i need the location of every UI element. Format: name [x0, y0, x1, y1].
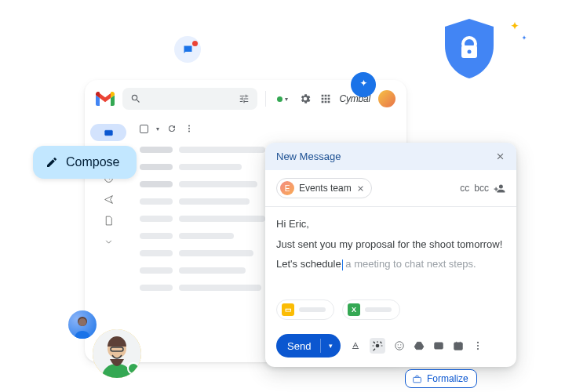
compose-title: New Message — [276, 151, 341, 162]
body-greeting: Hi Eric, — [276, 216, 505, 232]
emoji-icon[interactable] — [394, 340, 405, 351]
svg-point-4 — [188, 131, 190, 132]
close-icon[interactable] — [495, 151, 505, 162]
text-format-icon[interactable] — [350, 340, 361, 351]
recipients-row[interactable]: E Events team cc bcc — [265, 170, 516, 207]
compose-label: Compose — [66, 155, 119, 169]
send-button[interactable]: Send ▾ — [276, 334, 341, 358]
magic-wand-icon[interactable] — [370, 338, 385, 354]
inbox-icon — [104, 128, 114, 138]
attachment-sheets[interactable]: X — [342, 299, 400, 320]
image-icon[interactable] — [433, 340, 444, 351]
svg-point-10 — [477, 342, 479, 343]
sidebar-item-inbox[interactable] — [90, 124, 126, 141]
attachments-row: ▭ X — [265, 299, 516, 328]
svg-point-6 — [398, 344, 399, 345]
active-status-dot — [277, 96, 282, 102]
shield-icon — [442, 17, 497, 80]
drive-icon[interactable] — [414, 340, 425, 351]
body-line: Just sent you my proposal for the shoot … — [276, 237, 505, 252]
recipient-chip[interactable]: E Events team — [276, 178, 372, 198]
person-illustration — [68, 310, 97, 339]
svg-rect-9 — [454, 343, 463, 350]
status-indicator[interactable]: ▾ — [274, 96, 291, 103]
svg-point-3 — [188, 128, 190, 129]
compose-body[interactable]: Hi Eric, Just sent you my proposal for t… — [265, 207, 516, 299]
recipient-avatar: E — [280, 181, 294, 195]
send-label: Send — [276, 340, 320, 352]
svg-point-16 — [468, 50, 472, 54]
svg-rect-13 — [414, 377, 421, 383]
sidebar — [85, 118, 132, 299]
more-icon[interactable] — [184, 124, 194, 133]
attachment-name-placeholder — [299, 307, 326, 312]
svg-point-5 — [396, 342, 404, 350]
gmail-logo — [96, 92, 115, 106]
sent-icon[interactable] — [104, 194, 114, 205]
svg-point-2 — [188, 125, 190, 127]
refresh-icon[interactable] — [167, 124, 177, 133]
apps-grid-icon[interactable] — [319, 93, 332, 105]
compose-window: New Message E Events team cc bcc Hi Eric… — [265, 143, 516, 367]
body-inline: Let's schedule a meeting to chat next st… — [276, 256, 505, 272]
recipient-name: Events team — [299, 183, 352, 194]
compose-header: New Message — [265, 143, 516, 170]
slides-icon: ▭ — [282, 303, 294, 316]
avatar — [93, 329, 141, 378]
ai-sparkle-badge — [351, 72, 376, 97]
chat-bubble-icon — [174, 36, 201, 63]
add-person-icon[interactable] — [494, 183, 505, 194]
select-all-checkbox[interactable] — [140, 125, 148, 133]
sparkle-icon — [357, 78, 370, 92]
compose-footer: Send ▾ — [265, 328, 516, 367]
list-toolbar: ▾ — [140, 121, 399, 141]
search-input[interactable] — [122, 88, 257, 110]
formalize-button[interactable]: Formalize — [405, 369, 477, 388]
chevron-down-icon[interactable] — [104, 237, 114, 247]
calendar-icon[interactable] — [453, 340, 464, 351]
attachment-name-placeholder — [365, 307, 392, 312]
more-icon[interactable] — [472, 340, 483, 351]
gear-icon[interactable] — [299, 93, 312, 105]
tune-icon[interactable] — [239, 93, 250, 104]
chevron-down-icon: ▾ — [285, 96, 288, 103]
divider — [265, 91, 266, 107]
person-illustration — [93, 329, 141, 378]
document-icon[interactable] — [104, 216, 114, 226]
svg-point-11 — [477, 345, 479, 347]
search-icon — [130, 93, 141, 104]
cc-button[interactable]: cc — [460, 183, 469, 194]
avatar[interactable] — [378, 90, 396, 107]
formalize-label: Formalize — [427, 373, 468, 384]
briefcase-icon — [412, 374, 422, 384]
svg-point-12 — [477, 348, 479, 350]
svg-point-7 — [400, 344, 401, 345]
svg-point-18 — [78, 318, 86, 326]
send-options-icon[interactable]: ▾ — [321, 342, 341, 350]
sheets-icon: X — [348, 303, 360, 316]
compose-button[interactable]: Compose — [33, 146, 137, 179]
smart-compose-suggestion: a meeting to chat next steps. — [343, 258, 476, 270]
sparkle-icon — [519, 34, 529, 44]
chevron-down-icon[interactable]: ▾ — [156, 125, 159, 132]
attachment-slides[interactable]: ▭ — [276, 299, 334, 320]
pencil-icon — [46, 156, 58, 169]
sparkle-icon — [507, 20, 523, 36]
bcc-button[interactable]: bcc — [474, 183, 489, 194]
remove-recipient-icon[interactable] — [356, 184, 365, 193]
format-toolbar — [350, 338, 483, 354]
typed-text: Let's schedule — [276, 258, 341, 270]
svg-rect-0 — [104, 130, 112, 136]
speech-icon — [182, 44, 194, 56]
avatar — [68, 310, 97, 339]
